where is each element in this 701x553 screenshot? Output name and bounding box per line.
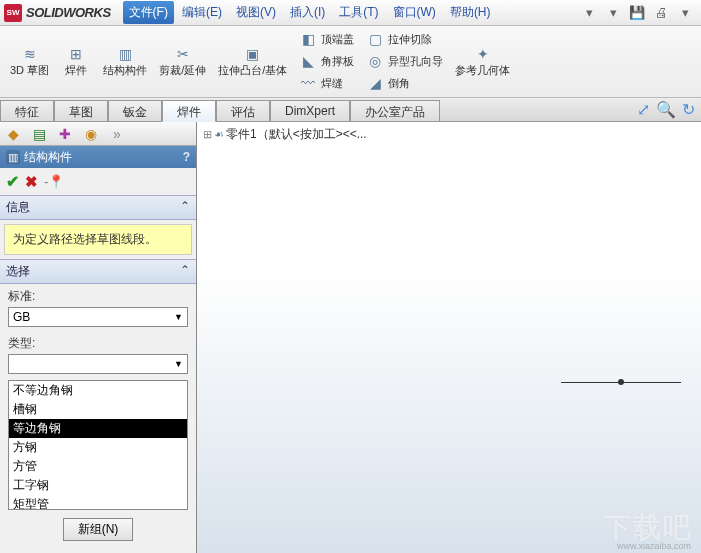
zoom-fit-icon[interactable]: ⤢ (637, 100, 650, 119)
ribbon-trim[interactable]: ✂ 剪裁/延伸 (153, 28, 212, 95)
gusset-icon: ◣ (299, 52, 317, 70)
menu-view[interactable]: 视图(V) (230, 1, 282, 24)
menu-edit[interactable]: 编辑(E) (176, 1, 228, 24)
ribbon-3d-sketch[interactable]: ≋ 3D 草图 (4, 28, 55, 95)
chevron-down-icon: ▼ (174, 312, 183, 322)
ribbon-endcap[interactable]: ◧顶端盖 (295, 28, 358, 50)
print-icon[interactable]: 🖨 (653, 5, 669, 21)
menu-tools[interactable]: 工具(T) (333, 1, 384, 24)
ribbon-chamfer-label: 倒角 (388, 76, 410, 91)
bead-icon: 〰 (299, 74, 317, 92)
menu-bar: 文件(F) 编辑(E) 视图(V) 插入(I) 工具(T) 窗口(W) 帮助(H… (123, 1, 581, 24)
open-doc-icon[interactable]: ▾ (605, 5, 621, 21)
panel-tab-row: ◆ ▤ ✚ ◉ » (0, 122, 196, 146)
ribbon-endcap-label: 顶端盖 (321, 32, 354, 47)
new-doc-icon[interactable]: ▾ (581, 5, 597, 21)
ribbon-3d-sketch-label: 3D 草图 (10, 63, 49, 78)
tab-weldments[interactable]: 焊件 (162, 100, 216, 122)
ribbon-cut[interactable]: ▢拉伸切除 (362, 28, 447, 50)
ribbon-bead[interactable]: 〰焊缝 (295, 72, 358, 94)
panel-tab-display-icon[interactable]: ✚ (56, 125, 74, 143)
ok-button[interactable]: ✔ (6, 172, 19, 191)
feature-panel: ◆ ▤ ✚ ◉ » ▥ 结构构件 ? ✔ ✖ -📍 信息 ⌃ 为定义路径选择草图… (0, 122, 197, 553)
standard-dropdown[interactable]: GB ▼ (8, 307, 188, 327)
sketch-3d-icon: ≋ (21, 45, 39, 63)
weldment-icon: ⊞ (67, 45, 85, 63)
tab-sheetmetal[interactable]: 钣金 (108, 100, 162, 121)
ribbon-bead-label: 焊缝 (321, 76, 343, 91)
panel-tab-arrow-icon[interactable]: » (108, 125, 126, 143)
feature-tree-node[interactable]: ⊞ ☙ 零件1（默认<按加工><<... (203, 126, 367, 143)
standard-label: 标准: (8, 288, 188, 305)
pin-button[interactable]: -📍 (44, 174, 64, 189)
ribbon-gusset[interactable]: ◣角撑板 (295, 50, 358, 72)
type-option[interactable]: 等边角钢 (9, 419, 187, 438)
type-field: 类型: ▼ (0, 331, 196, 378)
tab-dimxpert[interactable]: DimXpert (270, 100, 350, 121)
refgeom-icon: ✦ (474, 45, 492, 63)
ribbon-structure[interactable]: ▥ 结构构件 (97, 28, 153, 95)
extrude-icon: ▣ (244, 45, 262, 63)
info-section-header[interactable]: 信息 ⌃ (0, 195, 196, 220)
ribbon-refgeom[interactable]: ✦ 参考几何体 (449, 28, 516, 95)
panel-tab-config-icon[interactable]: ▤ (30, 125, 48, 143)
type-option[interactable]: 不等边角钢 (9, 381, 187, 400)
structure-icon: ▥ (116, 45, 134, 63)
menu-insert[interactable]: 插入(I) (284, 1, 331, 24)
type-option[interactable]: 工字钢 (9, 476, 187, 495)
standard-value: GB (13, 310, 30, 324)
menu-help[interactable]: 帮助(H) (444, 1, 497, 24)
tab-office[interactable]: 办公室产品 (350, 100, 440, 121)
more-icon[interactable]: ▾ (677, 5, 693, 21)
chamfer-icon: ◢ (366, 74, 384, 92)
ribbon-hole[interactable]: ◎异型孔向导 (362, 50, 447, 72)
tab-features[interactable]: 特征 (0, 100, 54, 121)
expand-icon[interactable]: ⊞ (203, 128, 212, 141)
chevron-down-icon: ▼ (174, 359, 183, 369)
panel-title: 结构构件 (24, 149, 72, 166)
viewport[interactable]: ⊞ ☙ 零件1（默认<按加工><<... 下载吧 www.xiazaiba.co… (197, 122, 701, 553)
ribbon-structure-label: 结构构件 (103, 63, 147, 78)
standard-field: 标准: GB ▼ (0, 284, 196, 331)
ribbon-extrude-label: 拉伸凸台/基体 (218, 63, 287, 78)
tab-evaluate[interactable]: 评估 (216, 100, 270, 121)
ribbon-chamfer[interactable]: ◢倒角 (362, 72, 447, 94)
rotate-icon[interactable]: ↻ (682, 100, 695, 119)
zoom-area-icon[interactable]: 🔍 (656, 100, 676, 119)
ribbon-extrude[interactable]: ▣ 拉伸凸台/基体 (212, 28, 293, 95)
endcap-icon: ◧ (299, 30, 317, 48)
select-section-header[interactable]: 选择 ⌃ (0, 259, 196, 284)
type-option[interactable]: 槽钢 (9, 400, 187, 419)
new-group-button[interactable]: 新组(N) (63, 518, 134, 541)
type-option[interactable]: 矩型管 (9, 495, 187, 510)
info-section-label: 信息 (6, 199, 30, 216)
ribbon-weldment[interactable]: ⊞ 焊件 (55, 28, 97, 95)
ribbon-cut-label: 拉伸切除 (388, 32, 432, 47)
type-label: 类型: (8, 335, 188, 352)
cancel-button[interactable]: ✖ (25, 173, 38, 191)
ribbon-trim-label: 剪裁/延伸 (159, 63, 206, 78)
type-option[interactable]: 方管 (9, 457, 187, 476)
tab-sketch[interactable]: 草图 (54, 100, 108, 121)
menu-window[interactable]: 窗口(W) (387, 1, 442, 24)
panel-tab-feature-icon[interactable]: ◆ (4, 125, 22, 143)
hole-icon: ◎ (366, 52, 384, 70)
app-logo: SW (4, 4, 22, 22)
ribbon-hole-label: 异型孔向导 (388, 54, 443, 69)
menu-file[interactable]: 文件(F) (123, 1, 174, 24)
title-toolbar: ▾ ▾ 💾 🖨 ▾ (581, 5, 697, 21)
feature-tree-label: 零件1（默认<按加工><<... (226, 126, 367, 143)
main-area: ◆ ▤ ✚ ◉ » ▥ 结构构件 ? ✔ ✖ -📍 信息 ⌃ 为定义路径选择草图… (0, 122, 701, 553)
type-option[interactable]: 方钢 (9, 438, 187, 457)
ribbon: ≋ 3D 草图 ⊞ 焊件 ▥ 结构构件 ✂ 剪裁/延伸 ▣ 拉伸凸台/基体 ◧顶… (0, 26, 701, 98)
type-listbox[interactable]: 不等边角钢槽钢等边角钢方钢方管工字钢矩型管六方钢圆钢圆管 (8, 380, 188, 510)
info-message: 为定义路径选择草图线段。 (4, 224, 192, 255)
cut-icon: ▢ (366, 30, 384, 48)
new-group-row: 新组(N) (0, 512, 196, 547)
panel-tab-dim-icon[interactable]: ◉ (82, 125, 100, 143)
panel-help-button[interactable]: ? (183, 150, 190, 164)
type-dropdown[interactable]: ▼ (8, 354, 188, 374)
part-icon: ☙ (214, 128, 224, 141)
save-icon[interactable]: 💾 (629, 5, 645, 21)
app-name: SOLIDWORKS (26, 5, 111, 20)
